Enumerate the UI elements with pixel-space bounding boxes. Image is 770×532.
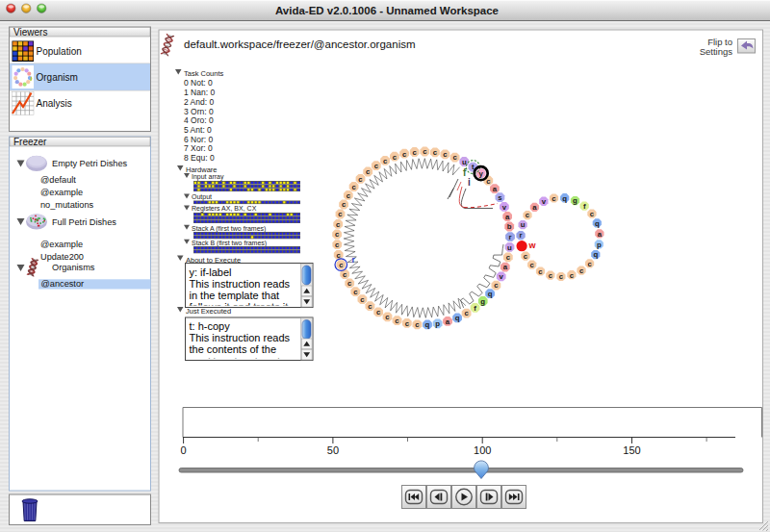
- svg-text:c: c: [506, 253, 511, 262]
- svg-text:v: v: [542, 197, 547, 206]
- svg-text:1 Nan: 0: 1 Nan: 0: [184, 88, 215, 97]
- svg-text:q: q: [455, 314, 460, 322]
- svg-text:Population: Population: [37, 46, 82, 57]
- svg-text:2 And: 0: 2 And: 0: [184, 97, 214, 107]
- svg-text:c: c: [347, 279, 352, 288]
- svg-text:c: c: [358, 175, 363, 184]
- svg-text:Registers AX, BX, CX: Registers AX, BX, CX: [192, 205, 257, 213]
- svg-text:c: c: [368, 302, 372, 311]
- svg-text:Organism: Organism: [37, 72, 78, 83]
- svg-text:the contents of the: the contents of the: [190, 343, 277, 355]
- svg-text:150: 150: [623, 444, 640, 456]
- svg-text:c: c: [464, 309, 469, 317]
- svg-text:c: c: [366, 167, 371, 176]
- svg-text:a: a: [505, 213, 510, 221]
- svg-text:u: u: [521, 220, 526, 229]
- svg-text:Input array: Input array: [192, 173, 224, 181]
- svg-text:Avida-ED v2.0.1006 - Unnamed: Avida-ED v2.0.1006 - Unnamed Workspace: [275, 5, 499, 16]
- svg-text:g: g: [573, 196, 578, 205]
- svg-text:c: c: [342, 200, 346, 209]
- svg-text:c: c: [402, 150, 407, 159]
- svg-text:c: c: [579, 266, 584, 275]
- svg-text:Update200: Update200: [40, 252, 84, 262]
- svg-text:Stack A (first two frames): Stack A (first two frames): [192, 225, 266, 233]
- svg-text:c: c: [374, 162, 379, 170]
- svg-text:Full Petri Dishes: Full Petri Dishes: [52, 217, 116, 227]
- svg-text:c: c: [346, 191, 351, 200]
- svg-text:c: c: [351, 183, 356, 191]
- svg-text:a: a: [598, 230, 603, 239]
- svg-text:4 Oro: 0: 4 Oro: 0: [184, 115, 214, 125]
- svg-text:y: y: [479, 169, 484, 178]
- svg-text:c: c: [552, 194, 556, 203]
- svg-text:f: f: [474, 304, 476, 313]
- svg-text:c: c: [335, 241, 340, 249]
- svg-text:c: c: [570, 271, 575, 280]
- svg-text:c: c: [590, 210, 595, 218]
- svg-text:Analysis: Analysis: [37, 98, 72, 109]
- svg-text:c: c: [559, 272, 564, 281]
- svg-text:in the template that: in the template that: [190, 290, 280, 301]
- svg-text:100: 100: [474, 444, 491, 456]
- svg-text:Empty Petri Dishes: Empty Petri Dishes: [52, 159, 128, 168]
- svg-text:c: c: [353, 288, 358, 296]
- svg-text:@default: @default: [40, 175, 76, 185]
- svg-text:c: c: [335, 230, 340, 239]
- svg-text:t: h-copy: t: h-copy: [190, 320, 231, 332]
- svg-text:u: u: [507, 243, 512, 252]
- svg-text:no_mutations: no_mutations: [40, 200, 94, 210]
- svg-text:Viewers: Viewers: [13, 27, 47, 38]
- svg-text:w: w: [528, 241, 537, 250]
- svg-text:p: p: [435, 319, 440, 328]
- svg-text:0: 0: [181, 444, 187, 456]
- svg-text:c: c: [360, 295, 365, 304]
- svg-text:c: c: [524, 252, 528, 261]
- svg-text:c: c: [393, 153, 398, 162]
- svg-text:g: g: [480, 297, 485, 306]
- svg-text:b: b: [507, 222, 512, 231]
- svg-text:c: c: [549, 271, 553, 280]
- svg-text:c: c: [376, 308, 381, 317]
- svg-text:c: c: [433, 148, 438, 157]
- svg-text:a: a: [503, 263, 508, 271]
- svg-text:c: c: [385, 313, 390, 321]
- svg-text:@ancestor: @ancestor: [41, 279, 85, 289]
- svg-text:Task Counts: Task Counts: [184, 69, 224, 78]
- svg-text:This instruction reads: This instruction reads: [190, 332, 291, 343]
- svg-text:c: c: [415, 320, 420, 329]
- svg-text:r: r: [352, 255, 356, 265]
- svg-text:a: a: [493, 185, 498, 193]
- svg-text:@example: @example: [40, 188, 83, 197]
- svg-text:c: c: [413, 148, 418, 157]
- svg-text:6 Nor: 0: 6 Nor: 0: [184, 135, 214, 144]
- svg-text:q: q: [593, 250, 598, 259]
- svg-text:0 Not: 0: 0 Not: 0: [184, 78, 213, 88]
- svg-text:@example: @example: [40, 240, 83, 249]
- svg-text:s: s: [498, 193, 502, 202]
- svg-text:c: c: [530, 261, 535, 269]
- svg-text:c: c: [538, 267, 543, 276]
- svg-text:q: q: [595, 219, 600, 228]
- svg-text:c: c: [405, 319, 410, 328]
- svg-text:c: c: [395, 317, 399, 325]
- svg-text:50: 50: [327, 444, 339, 456]
- svg-text:c: c: [336, 220, 341, 229]
- svg-text:Stack B (first two frames): Stack B (first two frames): [192, 240, 267, 247]
- svg-text:c: c: [526, 211, 530, 219]
- svg-text:c: c: [338, 210, 343, 218]
- svg-text:f: f: [583, 202, 586, 211]
- svg-text:default.workspace/freezer/@anc: default.workspace/freezer/@ancestor.orga…: [184, 38, 416, 50]
- svg-text:p: p: [597, 241, 602, 249]
- svg-text:c: c: [339, 261, 344, 269]
- svg-text:q: q: [425, 320, 430, 329]
- svg-text:7 Xor: 0: 7 Xor: 0: [184, 143, 213, 153]
- svg-text:8 Equ: 0: 8 Equ: 0: [184, 153, 215, 163]
- svg-text:c: c: [383, 157, 388, 165]
- svg-text:Settings: Settings: [700, 46, 733, 57]
- svg-text:c: c: [443, 150, 448, 159]
- svg-text:r: r: [519, 231, 522, 240]
- svg-text:r: r: [508, 233, 511, 241]
- svg-text:a: a: [532, 203, 537, 212]
- svg-text:Freezer: Freezer: [13, 137, 47, 147]
- svg-text:c: c: [343, 270, 347, 279]
